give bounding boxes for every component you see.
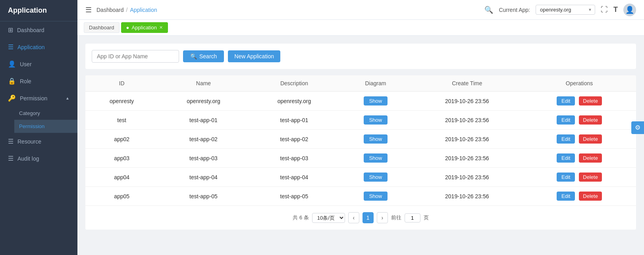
cell-id: app03 <box>85 149 158 168</box>
breadcrumb-dashboard[interactable]: Dashboard <box>96 7 124 13</box>
cell-create-time: 2019-10-26 23:56 <box>412 92 523 111</box>
goto-label: 前往 <box>391 214 401 221</box>
sidebar-item-category[interactable]: Category <box>14 107 77 120</box>
tab-dashboard[interactable]: Dashboard <box>84 22 120 33</box>
goto-page-input[interactable] <box>405 213 420 222</box>
delete-button[interactable]: Delete <box>579 173 602 182</box>
sidebar-item-audit-log[interactable]: ☰ Audit log <box>0 150 77 167</box>
audit-icon: ☰ <box>8 155 13 162</box>
cell-description: test-app-04 <box>249 168 340 187</box>
new-application-button[interactable]: New Application <box>228 50 280 62</box>
font-size-icon[interactable]: T <box>613 6 618 14</box>
menu-icon[interactable]: ☰ <box>85 6 92 14</box>
cell-diagram: Show <box>339 92 411 111</box>
sidebar-item-application[interactable]: ☰ Application <box>0 38 77 56</box>
breadcrumb: Dashboard / Application <box>96 7 157 13</box>
table-row: openresty openresty.org openresty.org Sh… <box>85 92 636 111</box>
chevron-down-icon: ▲ <box>66 96 69 100</box>
tab-application[interactable]: ● Application ✕ <box>121 22 168 33</box>
sidebar-item-role[interactable]: 🔒 Role <box>0 73 77 90</box>
show-button[interactable]: Show <box>364 115 388 125</box>
show-button[interactable]: Show <box>364 192 388 201</box>
cell-create-time: 2019-10-26 23:56 <box>412 187 523 206</box>
next-page-button[interactable]: › <box>377 212 388 223</box>
delete-button[interactable]: Delete <box>579 96 602 105</box>
col-header-create-time: Create Time <box>412 75 523 92</box>
col-header-description: Description <box>249 75 340 92</box>
edit-button[interactable]: Edit <box>557 153 575 163</box>
sidebar-item-label: User <box>20 61 32 67</box>
close-icon[interactable]: ✕ <box>159 25 163 30</box>
sidebar-item-label: Dashboard <box>17 27 44 33</box>
sidebar-item-dashboard[interactable]: ⊞ Dashboard <box>0 21 77 38</box>
search-icon[interactable]: 🔍 <box>484 6 493 14</box>
cell-id: test <box>85 111 158 130</box>
cell-operations: Edit Delete <box>523 168 636 187</box>
permission-icon: 🔑 <box>8 94 16 102</box>
edit-button[interactable]: Edit <box>557 96 575 105</box>
cell-diagram: Show <box>339 149 411 168</box>
sidebar: Application ⊞ Dashboard ☰ Application 👤 … <box>0 0 77 255</box>
cell-operations: Edit Delete <box>523 149 636 168</box>
content-area: 🔍 Search New Application ID Name Descrip… <box>77 36 644 255</box>
delete-button[interactable]: Delete <box>579 192 602 201</box>
page-size-select[interactable]: 10条/页 20条/页 50条/页 <box>312 213 345 223</box>
col-header-name: Name <box>158 75 249 92</box>
search-button[interactable]: 🔍 Search <box>183 50 224 62</box>
total-count: 6 <box>299 215 302 220</box>
sidebar-item-resource[interactable]: ☰ Resource <box>0 133 77 150</box>
floating-settings-button[interactable]: ⚙ <box>631 121 644 134</box>
fullscreen-icon[interactable]: ⛶ <box>601 6 608 14</box>
edit-button[interactable]: Edit <box>557 173 575 182</box>
cell-name: openresty.org <box>158 92 249 111</box>
user-icon: 👤 <box>8 60 16 68</box>
tab-dashboard-label: Dashboard <box>89 25 114 31</box>
cell-create-time: 2019-10-26 23:56 <box>412 130 523 149</box>
delete-button[interactable]: Delete <box>579 134 602 144</box>
total-prefix: 共 <box>293 215 298 220</box>
cell-id: app05 <box>85 187 158 206</box>
avatar[interactable]: 👤 <box>623 4 636 16</box>
goto-page-suffix: 页 <box>424 214 429 221</box>
table-header-row: ID Name Description Diagram Create Time … <box>85 75 636 92</box>
breadcrumb-separator: / <box>126 7 128 13</box>
page-1-button[interactable]: 1 <box>362 212 374 223</box>
delete-button[interactable]: Delete <box>579 115 602 125</box>
cell-name: test-app-01 <box>158 111 249 130</box>
sidebar-item-user[interactable]: 👤 User <box>0 56 77 73</box>
edit-button[interactable]: Edit <box>557 115 575 125</box>
sidebar-item-permission-parent[interactable]: 🔑 Permission ▲ <box>0 90 77 107</box>
delete-button[interactable]: Delete <box>579 153 602 163</box>
show-button[interactable]: Show <box>364 134 388 144</box>
show-button[interactable]: Show <box>364 173 388 182</box>
cell-name: test-app-05 <box>158 187 249 206</box>
show-button[interactable]: Show <box>364 96 388 105</box>
cell-id: openresty <box>85 92 158 111</box>
cell-diagram: Show <box>339 187 411 206</box>
col-header-id: ID <box>85 75 158 92</box>
show-button[interactable]: Show <box>364 153 388 163</box>
cell-description: test-app-01 <box>249 111 340 130</box>
search-input[interactable] <box>92 50 179 63</box>
cell-description: test-app-05 <box>249 187 340 206</box>
breadcrumb-current: Application <box>130 7 157 13</box>
current-app-select[interactable]: openresty.org <box>536 5 595 15</box>
edit-button[interactable]: Edit <box>557 134 575 144</box>
prev-page-button[interactable]: ‹ <box>348 212 359 223</box>
cell-operations: Edit Delete <box>523 111 636 130</box>
settings-icon: ⚙ <box>635 124 640 131</box>
sidebar-item-label: Resource <box>17 138 41 145</box>
cell-create-time: 2019-10-26 23:56 <box>412 149 523 168</box>
edit-button[interactable]: Edit <box>557 192 575 201</box>
cell-name: test-app-04 <box>158 168 249 187</box>
applications-table: ID Name Description Diagram Create Time … <box>85 75 636 230</box>
sidebar-item-label: Application <box>17 44 45 50</box>
table-row: app04 test-app-04 test-app-04 Show 2019-… <box>85 168 636 187</box>
table-row: app02 test-app-02 test-app-02 Show 2019-… <box>85 130 636 149</box>
search-btn-icon: 🔍 <box>190 53 197 59</box>
table-row: app03 test-app-03 test-app-03 Show 2019-… <box>85 149 636 168</box>
sidebar-item-permission-sub[interactable]: Permission <box>14 120 77 133</box>
search-btn-label: Search <box>199 53 217 59</box>
sidebar-item-label: Permission <box>20 95 47 102</box>
total-suffix: 条 <box>304 215 309 220</box>
